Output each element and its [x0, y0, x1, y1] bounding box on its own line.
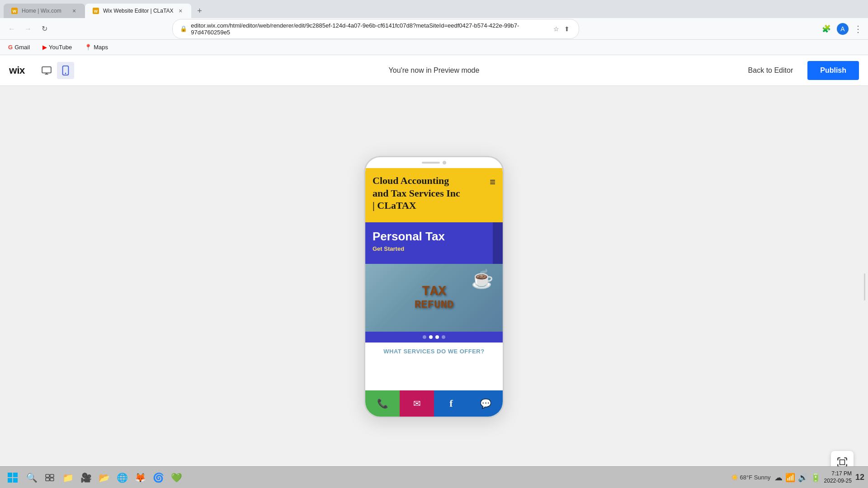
- weather-sun-icon: ☀️: [731, 474, 738, 481]
- facebook-button[interactable]: f: [434, 390, 468, 417]
- tab-editor-close[interactable]: ×: [177, 7, 184, 14]
- bookmark-gmail[interactable]: G Gmail: [5, 43, 33, 52]
- tab-home-close[interactable]: ×: [71, 7, 78, 14]
- youtube-label: YouTube: [49, 44, 72, 51]
- tab-bar: W Home | Wix.com × W Wix Website Editor …: [0, 0, 868, 18]
- taskbar-files-icon[interactable]: 📁: [60, 469, 76, 486]
- mobile-preview-frame: Cloud Accounting and Tax Services Inc | …: [364, 156, 504, 418]
- wix-editor-bar: wix You're now in Preview mode Back to E…: [0, 55, 868, 86]
- address-bar-row: ← → ↻ 🔒 editor.wix.com/html/editor/web/r…: [0, 18, 868, 40]
- email-button[interactable]: ✉: [400, 390, 434, 417]
- notifications-count[interactable]: 12: [855, 473, 864, 482]
- site-header: Cloud Accounting and Tax Services Inc | …: [365, 168, 503, 222]
- slide-subtitle: Get Started: [373, 245, 495, 252]
- top-right-actions: Back to Editor Publish: [741, 61, 859, 80]
- mobile-notch: [422, 162, 440, 164]
- tab-editor[interactable]: W Wix Website Editor | CLaTAX ×: [85, 4, 191, 18]
- publish-button[interactable]: Publish: [807, 61, 859, 80]
- gmail-favicon: G: [8, 44, 13, 51]
- taskbar-quickbooks-icon[interactable]: 💚: [168, 469, 184, 486]
- taskbar-system-area: ☀️ 68°F Sunny ☁ 📶 🔊 🔋 7:17 PM 2022-09-25…: [731, 470, 864, 484]
- tab-editor-favicon: W: [92, 7, 99, 14]
- phone-icon: 📞: [377, 398, 388, 409]
- mobile-notch-bar: [365, 157, 503, 168]
- chat-button[interactable]: 💬: [468, 390, 503, 417]
- slide-dot-4[interactable]: [442, 335, 445, 339]
- weather-widget: ☀️ 68°F Sunny: [731, 474, 771, 481]
- taskbar-filemanager-icon[interactable]: 📂: [96, 469, 112, 486]
- profile-avatar[interactable]: A: [837, 23, 849, 35]
- maps-favicon: 📍: [85, 44, 92, 51]
- wifi-icon: 📶: [785, 473, 795, 483]
- weather-temp: 68°F: [740, 474, 752, 481]
- profile-button[interactable]: A: [835, 22, 850, 36]
- svg-rect-11: [8, 478, 12, 483]
- new-tab-button[interactable]: +: [193, 5, 206, 17]
- scrollbar-hint: [864, 273, 865, 300]
- share-icon[interactable]: ⬆: [562, 24, 571, 33]
- hamburger-menu-icon[interactable]: ≡: [490, 176, 495, 188]
- taskbar-chrome-icon[interactable]: 🌐: [114, 469, 130, 486]
- preview-mode-text: You're now in Preview mode: [389, 66, 480, 75]
- svg-point-7: [65, 73, 66, 74]
- start-button[interactable]: [4, 469, 22, 487]
- cloud-icon: ☁: [774, 473, 783, 483]
- tax-refund-graphic: TAX REFUND: [415, 284, 453, 311]
- svg-rect-14: [50, 474, 54, 477]
- svg-text:W: W: [13, 9, 17, 14]
- svg-text:W: W: [94, 9, 98, 14]
- back-to-editor-button[interactable]: Back to Editor: [741, 63, 801, 78]
- chat-icon: 💬: [480, 398, 491, 409]
- address-bar[interactable]: 🔒 editor.wix.com/html/editor/web/rendere…: [172, 19, 579, 39]
- services-text[interactable]: WHAT SERVICES DO WE OFFER?: [365, 343, 503, 360]
- slide-dots: [365, 332, 503, 343]
- slide-dot-1[interactable]: [423, 335, 426, 339]
- taskbar-firefox-icon[interactable]: 🦊: [132, 469, 148, 486]
- bookmark-maps[interactable]: 📍 Maps: [82, 43, 111, 52]
- taskbar-taskview-icon[interactable]: [42, 469, 58, 486]
- email-icon: ✉: [413, 398, 421, 409]
- slideshow: Personal Tax Get Started CLaTAX TAX REFU…: [365, 222, 503, 343]
- slide-dot-3[interactable]: [435, 335, 439, 339]
- slide-dot-2[interactable]: [429, 335, 433, 339]
- wix-logo: wix: [9, 64, 31, 77]
- browser-toolbar: 🧩 A ⋮: [819, 22, 863, 36]
- taskbar-meet-icon[interactable]: 🎥: [78, 469, 94, 486]
- mobile-camera: [443, 161, 446, 164]
- svg-rect-5: [42, 66, 51, 73]
- tab-home-favicon: W: [11, 7, 18, 14]
- mobile-view-button[interactable]: [57, 62, 74, 79]
- taskbar-search-icon[interactable]: 🔍: [24, 469, 40, 486]
- facebook-icon: f: [449, 398, 453, 409]
- gmail-label: Gmail: [14, 44, 30, 51]
- slide-content: Personal Tax Get Started: [365, 222, 503, 264]
- slide-image: TAX REFUND ☕: [365, 264, 503, 332]
- bookmark-youtube[interactable]: ▶ YouTube: [40, 43, 75, 52]
- bookmarks-bar: G Gmail ▶ YouTube 📍 Maps: [0, 40, 868, 55]
- battery-icon: 🔋: [811, 473, 821, 483]
- device-toggle-group: [38, 62, 74, 79]
- maps-label: Maps: [94, 44, 108, 51]
- tax-label: TAX: [415, 284, 453, 299]
- taskbar-edge-icon[interactable]: 🌀: [150, 469, 166, 486]
- reload-button[interactable]: ↻: [38, 23, 51, 35]
- system-tray: ☁ 📶 🔊 🔋: [774, 473, 821, 483]
- extensions-icon[interactable]: 🧩: [819, 22, 834, 36]
- taskbar-clock: 7:17 PM 2022-09-25: [824, 470, 852, 484]
- svg-rect-8: [840, 460, 845, 465]
- youtube-favicon: ▶: [42, 44, 47, 51]
- slide-title: Personal Tax: [373, 230, 495, 244]
- svg-rect-10: [13, 473, 18, 477]
- tab-home-title: Home | Wix.com: [22, 8, 67, 14]
- tab-home[interactable]: W Home | Wix.com ×: [4, 4, 85, 18]
- bookmark-star-icon[interactable]: ☆: [552, 24, 561, 33]
- refund-label: REFUND: [415, 299, 453, 311]
- preview-area: Cloud Accounting and Tax Services Inc | …: [0, 86, 868, 488]
- browser-menu-icon[interactable]: ⋮: [854, 23, 863, 34]
- phone-button[interactable]: 📞: [365, 390, 400, 417]
- svg-rect-15: [46, 478, 49, 480]
- lock-icon: 🔒: [180, 25, 187, 32]
- forward-button[interactable]: →: [22, 23, 34, 35]
- back-button[interactable]: ←: [5, 23, 18, 35]
- desktop-view-button[interactable]: [38, 62, 55, 79]
